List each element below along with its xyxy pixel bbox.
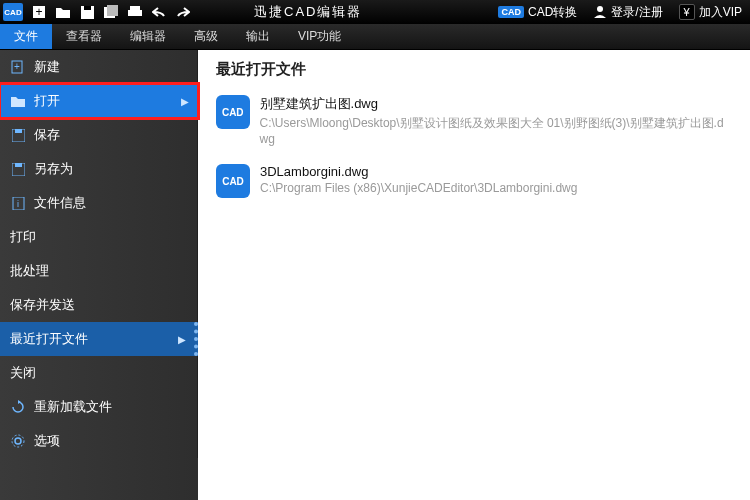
sidebar-item-label: 关闭 (10, 364, 36, 382)
svg-text:i: i (17, 199, 19, 209)
recent-file-path: C:\Program Files (x86)\XunjieCADEditor\3… (260, 181, 577, 195)
info-icon: i (10, 195, 26, 211)
sidebar-item-label: 文件信息 (34, 194, 86, 212)
svg-text:+: + (14, 61, 20, 72)
content-panel: 最近打开文件 CAD 别墅建筑扩出图.dwg C:\Users\Mloong\D… (198, 50, 750, 500)
sidebar-item-options[interactable]: 选项 (0, 424, 198, 458)
svg-text:CAD: CAD (4, 8, 22, 17)
sidebar-item-label: 保存并发送 (10, 296, 75, 314)
recent-file-text: 别墅建筑扩出图.dwg C:\Users\Mloong\Desktop\别墅设计… (260, 95, 732, 146)
cad-convert-label: CAD转换 (528, 4, 577, 21)
tab-advanced[interactable]: 高级 (180, 24, 232, 49)
sidebar-item-label: 重新加载文件 (34, 398, 112, 416)
recent-file-path: C:\Users\Mloong\Desktop\别墅设计图纸及效果图大全 01\… (260, 115, 732, 146)
sidebar-item-label: 选项 (34, 432, 60, 450)
vip-label: 加入VIP (699, 4, 742, 21)
main: + 新建 打开 ▶ 保存 另存为 i 文件信息 打印 批处理 保存并发送 (0, 50, 750, 500)
svg-point-10 (597, 6, 603, 12)
new-icon[interactable]: + (28, 2, 50, 22)
svg-rect-8 (130, 6, 140, 10)
tab-viewer-label: 查看器 (66, 28, 102, 45)
chevron-right-icon: ▶ (178, 334, 186, 345)
sidebar-item-file-info[interactable]: i 文件信息 (0, 186, 198, 220)
folder-open-icon (10, 93, 26, 109)
file-new-icon: + (10, 59, 26, 75)
svg-rect-5 (84, 6, 91, 10)
save-as-icon (10, 161, 26, 177)
tab-output-label: 输出 (246, 28, 270, 45)
recent-file-text: 3DLamborgini.dwg C:\Program Files (x86)\… (260, 164, 577, 195)
sidebar-item-reload[interactable]: 重新加载文件 (0, 390, 198, 424)
sidebar-item-label: 新建 (34, 58, 60, 76)
sidebar-item-label: 最近打开文件 (10, 330, 88, 348)
sidebar-item-close[interactable]: 关闭 (0, 356, 198, 390)
recent-file-name: 3DLamborgini.dwg (260, 164, 577, 179)
sidebar-item-label: 批处理 (10, 262, 49, 280)
sidebar-item-label: 另存为 (34, 160, 73, 178)
tab-file[interactable]: 文件 (0, 24, 52, 49)
save-all-icon[interactable] (100, 2, 122, 22)
yen-icon: ¥ (679, 4, 695, 20)
sidebar-item-label: 保存 (34, 126, 60, 144)
sidebar-item-new[interactable]: + 新建 (0, 50, 198, 84)
sidebar-item-label: 打印 (10, 228, 36, 246)
svg-rect-14 (15, 129, 22, 133)
sidebar-item-save-as[interactable]: 另存为 (0, 152, 198, 186)
cad-badge-icon: CAD (498, 6, 524, 18)
login-label: 登录/注册 (611, 4, 662, 21)
app-title: 迅捷CAD编辑器 (254, 3, 362, 21)
save-icon[interactable] (76, 2, 98, 22)
gear-icon (10, 433, 26, 449)
cad-file-icon: CAD (216, 95, 250, 129)
svg-point-20 (12, 435, 24, 447)
sidebar-item-recent[interactable]: 最近打开文件 ▶ (0, 322, 198, 356)
file-sidebar: + 新建 打开 ▶ 保存 另存为 i 文件信息 打印 批处理 保存并发送 (0, 50, 198, 500)
sidebar-item-print[interactable]: 打印 (0, 220, 198, 254)
tab-editor[interactable]: 编辑器 (116, 24, 180, 49)
svg-rect-16 (15, 163, 22, 167)
quick-toolbar: + (28, 2, 194, 22)
recent-file-name: 别墅建筑扩出图.dwg (260, 95, 732, 113)
open-icon[interactable] (52, 2, 74, 22)
sidebar-item-open[interactable]: 打开 ▶ (0, 84, 198, 118)
tab-advanced-label: 高级 (194, 28, 218, 45)
sidebar-item-save[interactable]: 保存 (0, 118, 198, 152)
recent-file-row[interactable]: CAD 别墅建筑扩出图.dwg C:\Users\Mloong\Desktop\… (216, 95, 732, 146)
svg-text:+: + (35, 5, 42, 19)
tab-viewer[interactable]: 查看器 (52, 24, 116, 49)
tab-vip-label: VIP功能 (298, 28, 341, 45)
menubar: 文件 查看器 编辑器 高级 输出 VIP功能 (0, 24, 750, 50)
content-heading: 最近打开文件 (216, 60, 732, 79)
sidebar-item-label: 打开 (34, 92, 60, 110)
login-button[interactable]: 登录/注册 (587, 0, 668, 24)
titlebar: CAD + 迅捷CAD编辑器 CAD CAD转换 登录/注册 ¥ 加入VIP (0, 0, 750, 24)
vip-button[interactable]: ¥ 加入VIP (673, 0, 748, 24)
reload-icon (10, 399, 26, 415)
user-icon (593, 4, 607, 21)
save-icon (10, 127, 26, 143)
sidebar-item-batch[interactable]: 批处理 (0, 254, 198, 288)
tab-editor-label: 编辑器 (130, 28, 166, 45)
undo-icon[interactable] (148, 2, 170, 22)
tab-vip[interactable]: VIP功能 (284, 24, 355, 49)
svg-rect-7 (107, 5, 118, 16)
tab-output[interactable]: 输出 (232, 24, 284, 49)
recent-file-row[interactable]: CAD 3DLamborgini.dwg C:\Program Files (x… (216, 164, 732, 198)
redo-icon[interactable] (172, 2, 194, 22)
sidebar-item-save-send[interactable]: 保存并发送 (0, 288, 198, 322)
svg-rect-9 (128, 10, 142, 16)
svg-point-19 (15, 438, 21, 444)
tab-file-label: 文件 (14, 28, 38, 45)
print-icon[interactable] (124, 2, 146, 22)
titlebar-right: CAD CAD转换 登录/注册 ¥ 加入VIP (492, 0, 750, 24)
chevron-right-icon: ▶ (181, 96, 189, 107)
cad-file-icon: CAD (216, 164, 250, 198)
app-icon: CAD (2, 2, 24, 22)
cad-convert-button[interactable]: CAD CAD转换 (492, 0, 583, 24)
